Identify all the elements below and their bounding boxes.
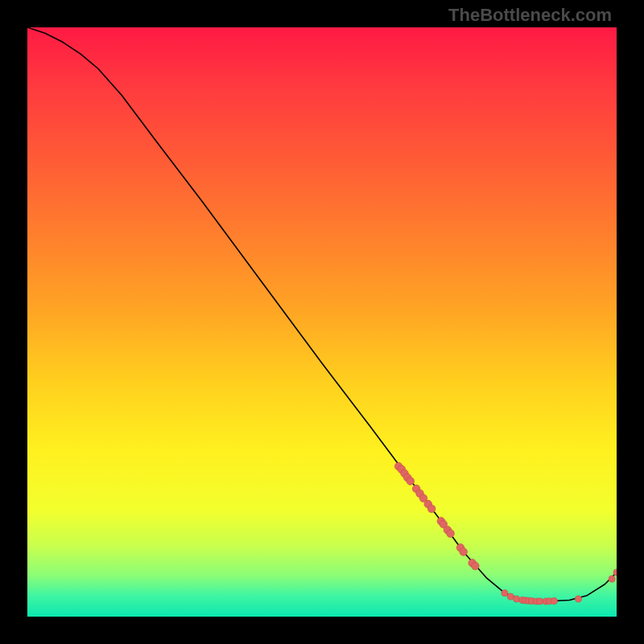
data-marker	[575, 596, 581, 602]
plot-area	[27, 27, 617, 617]
data-marker	[502, 590, 508, 597]
data-marker	[427, 505, 436, 513]
gradient-chart	[27, 27, 617, 617]
data-marker	[407, 477, 415, 485]
watermark-text: TheBottleneck.com	[448, 5, 612, 26]
data-marker	[460, 548, 468, 556]
data-marker	[551, 598, 557, 605]
data-marker	[537, 598, 543, 605]
data-marker	[507, 593, 514, 600]
data-marker	[609, 576, 615, 582]
gradient-background	[27, 27, 617, 617]
data-marker	[471, 562, 479, 570]
data-marker	[447, 530, 455, 538]
chart-frame: TheBottleneck.com	[0, 0, 644, 644]
data-marker	[514, 596, 520, 602]
